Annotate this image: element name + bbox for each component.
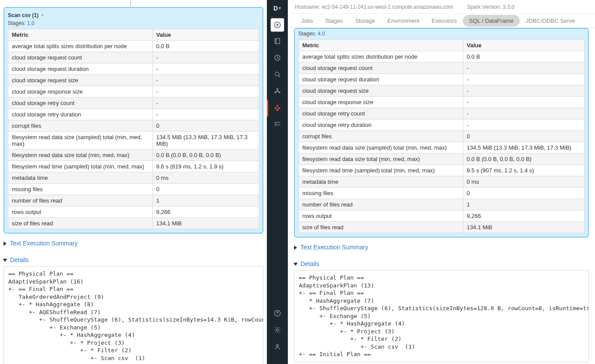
- sidebar-item-search[interactable]: [267, 66, 288, 83]
- metric-value: 0 ms: [463, 176, 584, 188]
- metrics-table-left: Metric Value average total splits sizes …: [8, 29, 259, 229]
- sidebar-item-notebooks[interactable]: [267, 33, 288, 50]
- tab-sql-dataframe[interactable]: SQL / DataFrame: [463, 15, 519, 27]
- table-row: cloud storage retry duration-: [8, 109, 259, 120]
- metric-value: 9,266: [463, 210, 584, 222]
- stages-line-right: Stages: 4.0: [298, 29, 584, 39]
- metric-value: -: [463, 119, 584, 131]
- right-panel: Hostname: ec2-54-149-11-241.us-west-2.co…: [288, 0, 595, 364]
- details-link[interactable]: Details: [10, 256, 29, 263]
- table-row: filesystem read data size total (min, me…: [299, 154, 584, 165]
- table-row: cloud storage request size-: [299, 85, 584, 97]
- metric-value: 134.5 MiB (13.3 MiB, 17.3 MiB, 17.3 MiB): [153, 132, 259, 150]
- metric-name: number of files read: [8, 195, 153, 206]
- metric-value: -: [153, 75, 259, 86]
- metric-name: cloud storage retry duration: [299, 119, 463, 131]
- table-row: missing files0: [299, 188, 584, 199]
- expand-plus-icon[interactable]: +: [41, 12, 44, 18]
- scan-csv-box-right: Stages: 4.0 Metric Value average total s…: [294, 28, 589, 238]
- metrics-table-right: Metric Value average total splits sizes …: [298, 39, 584, 233]
- triangle-right-icon: [294, 245, 297, 250]
- metric-value: 9.6 s (819 ms, 1.2 s, 1.9 s): [153, 161, 259, 172]
- hostname: Hostname: ec2-54-149-11-241.us-west-2.co…: [295, 4, 453, 10]
- metric-name: size of files read: [8, 218, 153, 229]
- spark-version-label: Spark Version:: [467, 4, 501, 10]
- sidebar-item-account[interactable]: [267, 339, 288, 355]
- metric-name: missing files: [299, 188, 463, 199]
- metric-name: cloud storage request count: [299, 63, 463, 74]
- metric-name: cloud storage retry count: [8, 98, 153, 109]
- tab-environment[interactable]: Environment: [382, 15, 426, 27]
- user-icon: [273, 343, 281, 352]
- table-row: number of files read1: [299, 199, 584, 210]
- metric-value: -: [463, 108, 584, 119]
- tab-executors[interactable]: Executors: [425, 15, 463, 27]
- sidebar-item-settings[interactable]: [267, 322, 288, 339]
- sidebar-item-jobs[interactable]: [267, 116, 288, 133]
- stages-label: Stages:: [298, 31, 316, 37]
- metric-value: -: [153, 63, 259, 75]
- stages-link[interactable]: 4.0: [318, 31, 325, 37]
- tab-stages[interactable]: Stages: [319, 15, 349, 27]
- tab-jdbc-odbc-serve[interactable]: JDBC/ODBC Serve: [520, 15, 581, 27]
- details-link[interactable]: Details: [301, 260, 319, 267]
- metric-name: filesystem read data size (sampled) tota…: [8, 132, 153, 150]
- metric-value: 1: [153, 195, 259, 206]
- cluster-icon: [273, 104, 281, 113]
- table-row: cloud storage request duration-: [299, 74, 584, 85]
- metric-name: rows output: [8, 206, 153, 218]
- metric-value: 0: [463, 131, 584, 142]
- sidebar-item-recents[interactable]: [267, 50, 288, 66]
- new-button[interactable]: [267, 17, 288, 33]
- metric-name: filesystem read data size (sampled) tota…: [299, 142, 463, 154]
- metric-value: 0: [463, 188, 584, 199]
- stages-link[interactable]: 1.0: [27, 20, 35, 26]
- details-toggle[interactable]: Details: [4, 256, 263, 263]
- plus-icon: [270, 18, 284, 32]
- table-row: filesystem read data size (sampled) tota…: [8, 132, 259, 150]
- vertical-sidebar: D▾: [267, 0, 288, 364]
- metric-name: filesystem read data size total (min, me…: [299, 154, 463, 165]
- table-row: corrupt files0: [8, 120, 259, 132]
- metric-name: filesystem read data size total (min, me…: [8, 150, 153, 161]
- metric-name: cloud storage retry count: [299, 108, 463, 119]
- brand-logo[interactable]: D▾: [267, 0, 288, 17]
- tab-storage[interactable]: Storage: [349, 15, 382, 27]
- table-row: corrupt files0: [299, 131, 584, 142]
- sidebar-item-compute[interactable]: [267, 100, 288, 116]
- stages-line: Stages: 1.0: [8, 20, 259, 29]
- metric-value: 0.0 B (0.0 B, 0.0 B, 0.0 B): [153, 150, 259, 161]
- table-row: cloud storage retry count-: [299, 108, 584, 119]
- text-exec-summary-link[interactable]: Text Execution Summary: [10, 240, 78, 247]
- metric-value: -: [153, 52, 259, 63]
- metric-value: -: [463, 97, 584, 108]
- physical-plan-right: == Physical Plan == AdaptiveSparkPlan (1…: [294, 270, 589, 362]
- stages-label: Stages:: [8, 20, 26, 26]
- table-row: filesystem read time (sampled) total (mi…: [8, 161, 259, 172]
- text-exec-summary-toggle[interactable]: Text Execution Summary: [4, 240, 263, 247]
- text-exec-summary-link[interactable]: Text Execution Summary: [301, 244, 368, 251]
- metric-value: 0.0 B (0.0 B, 0.0 B, 0.0 B): [463, 154, 584, 165]
- metric-name: rows output: [299, 210, 463, 222]
- metric-value: 134.1 MiB: [153, 218, 259, 229]
- table-row: cloud storage request count-: [299, 63, 584, 74]
- info-bar: Hostname: ec2-54-149-11-241.us-west-2.co…: [288, 0, 595, 14]
- hostname-value: ec2-54-149-11-241.us-west-2.compute.amaz…: [322, 4, 453, 10]
- text-exec-summary-toggle-right[interactable]: Text Execution Summary: [294, 244, 589, 251]
- metric-name: cloud storage response size: [299, 97, 463, 108]
- svg-line-7: [278, 75, 280, 77]
- col-metric: Metric: [299, 40, 463, 51]
- metric-value: -: [463, 85, 584, 97]
- spark-version: Spark Version: 3.3.0: [467, 4, 514, 10]
- metric-value: 0.0 B: [153, 41, 259, 52]
- metric-name: corrupt files: [299, 131, 463, 142]
- metric-name: corrupt files: [8, 120, 153, 132]
- details-toggle-right[interactable]: Details: [294, 260, 589, 267]
- metric-value: -: [463, 63, 584, 74]
- table-row: filesystem read time (sampled) total (mi…: [299, 165, 584, 176]
- tab-jobs[interactable]: Jobs: [295, 15, 319, 27]
- sidebar-item-workflows[interactable]: [267, 83, 288, 100]
- table-row: rows output9,266: [299, 210, 584, 222]
- sidebar-item-help[interactable]: [267, 305, 288, 322]
- gear-icon: [273, 326, 281, 335]
